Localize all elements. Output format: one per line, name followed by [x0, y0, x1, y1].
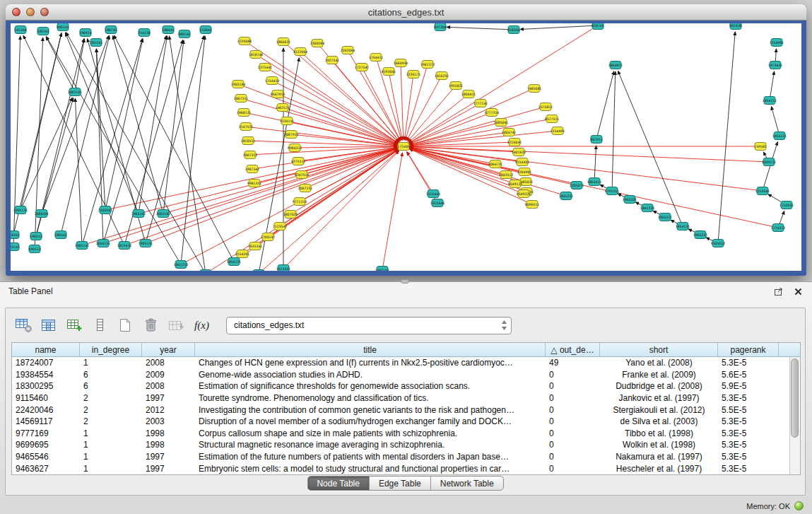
graph-node[interactable]: 1987341	[245, 165, 260, 173]
graph-node[interactable]: 2154201	[235, 250, 250, 258]
graph-node[interactable]: 1604741	[502, 129, 517, 136]
tab-network-table[interactable]: Network Table	[431, 477, 503, 490]
graph-node[interactable]: 1760147	[261, 233, 276, 241]
graph-node[interactable]: 1210541	[755, 187, 770, 195]
graph-node[interactable]: 2060501	[35, 210, 49, 218]
graph-edge[interactable]	[244, 112, 397, 145]
graph-node[interactable]: 2054131	[96, 240, 111, 247]
graph-edge[interactable]	[66, 33, 206, 271]
tab-edge-table[interactable]: Edge Table	[370, 477, 431, 490]
graph-node[interactable]: 1905161	[131, 210, 146, 218]
graph-node[interactable]: 1955821	[449, 82, 464, 90]
graph-node[interactable]: 1226088	[237, 37, 252, 45]
graph-edge[interactable]	[13, 36, 20, 247]
graph-edge[interactable]	[770, 71, 775, 100]
graph-node[interactable]: 7635341	[248, 243, 263, 250]
graph-node[interactable]: 2275441	[258, 64, 273, 71]
import-table-icon[interactable]	[167, 316, 186, 334]
row-tools-icon[interactable]	[90, 316, 110, 334]
graph-node[interactable]: 1866021	[276, 38, 291, 46]
graph-node[interactable]: 2067151	[298, 185, 313, 192]
table-row[interactable]: 1938455462009Genome-wide association stu…	[12, 369, 800, 381]
graph-node[interactable]: 2242064	[341, 47, 355, 54]
graph-edge[interactable]	[82, 148, 397, 245]
graph-node[interactable]: 190513	[30, 233, 42, 240]
close-button[interactable]	[12, 8, 20, 16]
graph-node[interactable]: 2063101	[68, 88, 83, 96]
graph-edge[interactable]	[139, 36, 167, 214]
graph-node[interactable]: 1850411	[461, 90, 476, 98]
graph-node[interactable]: 1064721	[488, 160, 503, 168]
graph-node[interactable]: 153041	[199, 26, 212, 34]
graph-edge[interactable]	[47, 37, 181, 264]
graph-node[interactable]: 1454131	[772, 132, 787, 140]
graph-node[interactable]: 1016251	[435, 72, 449, 80]
graph-edge[interactable]	[401, 63, 404, 140]
show-columns-icon[interactable]	[40, 316, 59, 334]
graph-node[interactable]: 2067312	[243, 151, 258, 159]
graph-node[interactable]: 1905141	[75, 242, 90, 250]
graph-node[interactable]: 1854131	[676, 223, 690, 230]
table-row[interactable]: 969969511998Structural magnetic resonanc…	[12, 439, 800, 451]
new-file-icon[interactable]	[116, 316, 135, 334]
graph-edge[interactable]	[382, 153, 402, 270]
graph-edge[interactable]	[718, 32, 735, 243]
column-header-in_degree[interactable]: in_degree	[80, 343, 142, 356]
graph-edge[interactable]	[290, 150, 398, 214]
graph-node[interactable]: 3226151	[280, 117, 295, 125]
graph-edge[interactable]	[305, 149, 398, 188]
graph-node[interactable]: 1905171	[199, 270, 213, 271]
graph-node[interactable]: 9984312	[288, 144, 302, 152]
column-header-pagerank[interactable]: pagerank	[718, 343, 779, 356]
graph-node[interactable]: 1807022	[283, 211, 298, 218]
graph-node[interactable]: 1863411	[587, 178, 602, 186]
graph-node[interactable]: 2147521	[239, 123, 254, 131]
graph-node[interactable]: 1515445	[426, 190, 441, 198]
graph-node[interactable]: 1815410	[117, 242, 132, 250]
graph-node[interactable]: 6791311	[605, 187, 620, 195]
graph-edge[interactable]	[612, 71, 616, 191]
graph-edge[interactable]	[105, 39, 143, 210]
graph-node[interactable]: 180741	[105, 26, 117, 34]
graph-node[interactable]: 1685041	[494, 119, 509, 127]
tab-node-table[interactable]: Node Table	[307, 477, 370, 490]
graph-node[interactable]: 818741	[592, 23, 604, 30]
graph-node[interactable]: 8547910	[271, 90, 286, 98]
graph-edge[interactable]	[139, 148, 397, 214]
column-header-year[interactable]: year	[142, 343, 195, 356]
graph-node[interactable]: 205141	[90, 39, 102, 47]
column-header-short[interactable]: short	[600, 343, 718, 356]
graph-edge[interactable]	[181, 36, 205, 264]
minimize-button[interactable]	[26, 8, 35, 16]
graph-node[interactable]: 180541	[54, 231, 67, 239]
graph-node[interactable]: 867911	[590, 136, 603, 144]
graph-node[interactable]: 2067311	[234, 95, 249, 103]
graph-node[interactable]: 8577511	[545, 115, 560, 123]
graph-node[interactable]: 2260584	[310, 40, 325, 47]
graph-node[interactable]: 6247514	[295, 171, 310, 179]
delete-table-icon[interactable]	[141, 316, 160, 334]
graph-node[interactable]: 1818744	[249, 51, 264, 59]
graph-node[interactable]: 1664950	[394, 59, 408, 67]
graph-edge[interactable]	[362, 67, 401, 141]
graph-node[interactable]: 1609121	[762, 158, 777, 166]
graph-node[interactable]: 1154981	[770, 39, 784, 47]
graph-edge[interactable]	[771, 107, 779, 136]
column-header-title[interactable]: title	[195, 343, 546, 356]
graph-edge[interactable]	[46, 37, 75, 92]
graph-node[interactable]: 1905131	[13, 206, 28, 214]
graph-node[interactable]: 1754410	[265, 77, 280, 85]
graph-node[interactable]: 2063102	[156, 210, 171, 218]
graph-node[interactable]: 118341	[11, 231, 20, 239]
float-panel-icon[interactable]	[772, 286, 784, 297]
graph-node[interactable]: 161304	[14, 26, 27, 34]
graph-node[interactable]: 2087913	[284, 131, 299, 139]
graph-node[interactable]: 8193041	[382, 68, 396, 76]
graph-node[interactable]: 1613451	[276, 265, 291, 271]
graph-node[interactable]: 1818511	[241, 137, 256, 145]
graph-node[interactable]: 1927541	[325, 57, 340, 64]
graph-node[interactable]: 1777141	[473, 100, 488, 107]
graph-node[interactable]: 172409	[397, 143, 410, 151]
graph-node[interactable]: 8549121	[508, 180, 523, 188]
table-row[interactable]: 1872400712008Changes of HCN gene express…	[12, 357, 800, 369]
